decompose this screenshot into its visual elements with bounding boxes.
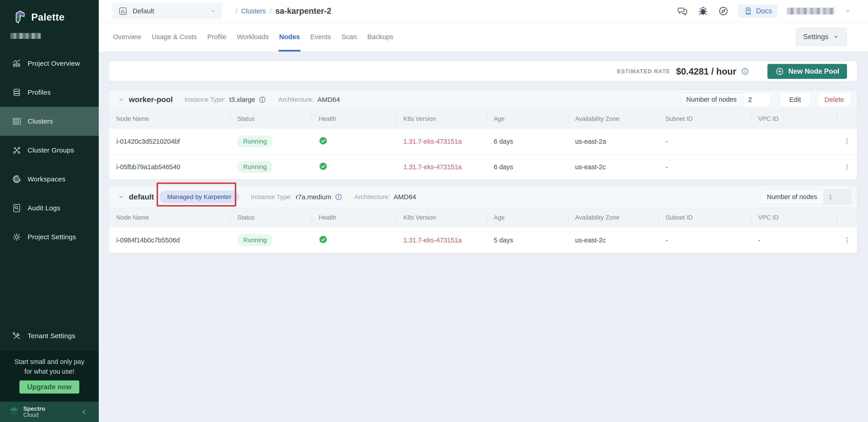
check-circle-icon bbox=[319, 136, 328, 145]
cell-node-name: i-01420c3d5210204bf bbox=[109, 138, 230, 145]
spectro-cloud-logo-icon bbox=[8, 407, 20, 417]
docs-button[interactable]: Docs bbox=[738, 4, 777, 18]
sidebar-item-cluster-groups[interactable]: Cluster Groups bbox=[0, 136, 99, 165]
cell-health bbox=[311, 162, 396, 172]
sidebar-item-label: Project Overview bbox=[28, 60, 80, 67]
upgrade-now-button[interactable]: Upgrade now bbox=[20, 381, 79, 393]
breadcrumb-clusters-link[interactable]: Clusters bbox=[241, 7, 266, 15]
tab-nodes[interactable]: Nodes bbox=[274, 22, 305, 52]
sidebar-collapse-button[interactable] bbox=[80, 408, 88, 416]
node-table-row: i-05fbb79a1ab546540Running1.31.7-eks-473… bbox=[109, 154, 857, 180]
column-header-k8s-version: K8s Version bbox=[396, 208, 487, 227]
help-compass-icon[interactable] bbox=[718, 6, 729, 17]
node-table-row: i-0984f14b0c7b5506dRunning1.31.7-eks-473… bbox=[109, 227, 857, 253]
column-header-age: Age bbox=[487, 109, 568, 129]
sidebar-item-label: Clusters bbox=[28, 118, 53, 125]
row-actions-kebab-icon[interactable] bbox=[837, 137, 857, 146]
profiles-icon bbox=[12, 88, 22, 97]
cell-k8s-version: 1.31.7-eks-473151a bbox=[396, 163, 487, 171]
tab-backups[interactable]: Backups bbox=[362, 22, 398, 52]
cell-node-name: i-05fbb79a1ab546540 bbox=[109, 163, 230, 171]
tab-workloads[interactable]: Workloads bbox=[231, 22, 274, 52]
instance-type-label: Instance Type: bbox=[185, 96, 226, 103]
palette-logo-icon bbox=[13, 10, 26, 24]
tab-events[interactable]: Events bbox=[305, 22, 336, 52]
info-icon[interactable] bbox=[258, 96, 267, 104]
tools-icon bbox=[12, 331, 22, 341]
cell-availability-zone: us-east-2a bbox=[568, 138, 658, 145]
cluster-settings-button[interactable]: Settings bbox=[796, 28, 847, 46]
sidebar-item-profiles[interactable]: Profiles bbox=[0, 78, 99, 107]
app-window: Palette Project OverviewProfilesClusters… bbox=[0, 0, 868, 422]
chevron-down-icon bbox=[210, 8, 216, 14]
sidebar-item-workspaces[interactable]: Workspaces bbox=[0, 165, 99, 194]
estimated-rate-label: ESTIMATED RATE bbox=[617, 68, 670, 74]
cell-status: Running bbox=[230, 161, 311, 173]
row-actions-kebab-icon[interactable] bbox=[837, 162, 857, 171]
tab-profile[interactable]: Profile bbox=[202, 22, 231, 52]
collapse-chevron-icon[interactable] bbox=[118, 193, 125, 201]
node-table-header: Node NameStatusHealthK8s VersionAgeAvail… bbox=[109, 109, 857, 129]
breadcrumb-separator: / bbox=[266, 6, 275, 15]
project-selector[interactable]: Default bbox=[112, 3, 222, 20]
info-icon[interactable] bbox=[335, 193, 343, 201]
column-header-subnet-id: Subnet ID bbox=[658, 208, 751, 227]
sidebar-item-project-settings[interactable]: Project Settings bbox=[0, 223, 99, 252]
chat-icon[interactable] bbox=[677, 6, 688, 17]
sidebar-item-label: Tenant Settings bbox=[28, 332, 75, 340]
sidebar-item-label: Profiles bbox=[28, 89, 51, 96]
status-badge: Running bbox=[237, 234, 273, 246]
architecture-label: Architecture: bbox=[278, 96, 314, 103]
workspaces-icon bbox=[12, 174, 22, 184]
default-pool-header: default Managed by Karpenter Instance Ty… bbox=[109, 186, 857, 208]
cell-k8s-version: 1.31.7-eks-473151a bbox=[396, 138, 487, 145]
user-menu-chevron-down-icon[interactable] bbox=[844, 8, 851, 14]
clusters-icon bbox=[12, 116, 22, 126]
column-header-actions bbox=[837, 109, 857, 129]
info-icon[interactable] bbox=[741, 67, 749, 76]
instance-type-value: t3.xlarge bbox=[229, 96, 255, 103]
project-chart-icon bbox=[118, 6, 128, 16]
main-area: Default / Clusters / sa-karpenter-2 bbox=[99, 0, 868, 422]
column-header-health: Health bbox=[311, 109, 396, 129]
row-actions-kebab-icon[interactable] bbox=[837, 236, 857, 245]
project-selector-value: Default bbox=[133, 7, 154, 15]
nodes-content: ESTIMATED RATE $0.4281 / hour New Node P… bbox=[99, 52, 868, 422]
delete-pool-button[interactable]: Delete bbox=[817, 92, 851, 107]
edit-pool-button[interactable]: Edit bbox=[780, 92, 811, 107]
column-header-availability-zone: Availability Zone bbox=[568, 109, 658, 129]
sidebar-item-label: Cluster Groups bbox=[28, 147, 74, 154]
number-of-nodes-label: Number of nodes bbox=[680, 92, 743, 107]
worker-pool-header: worker-pool Instance Type: t3.xlarge Arc… bbox=[109, 90, 857, 109]
cell-status: Running bbox=[230, 135, 311, 147]
tab-scan[interactable]: Scan bbox=[336, 22, 362, 52]
number-of-nodes-label: Number of nodes bbox=[761, 190, 824, 204]
sidebar-item-audit-logs[interactable]: Audit Logs bbox=[0, 194, 99, 223]
sidebar-item-label: Workspaces bbox=[28, 175, 65, 183]
user-name-redacted[interactable] bbox=[787, 8, 835, 14]
number-of-nodes-input[interactable]: 2 bbox=[743, 92, 770, 107]
sidebar-item-clusters[interactable]: Clusters bbox=[0, 107, 99, 136]
node-pool-default: default Managed by Karpenter Instance Ty… bbox=[109, 186, 857, 253]
tab-overview[interactable]: Overview bbox=[108, 22, 147, 52]
number-of-nodes-control: Number of nodes 1 bbox=[761, 190, 851, 204]
sidebar-item-tenant-settings[interactable]: Tenant Settings bbox=[0, 322, 99, 350]
column-header-age: Age bbox=[487, 208, 568, 227]
cell-availability-zone: us-east-2c bbox=[568, 236, 658, 244]
cluster-tabs: OverviewUsage & CostsProfileWorkloadsNod… bbox=[99, 22, 868, 52]
chart-icon bbox=[12, 59, 22, 68]
check-circle-icon bbox=[319, 162, 328, 171]
brand: Palette bbox=[0, 0, 99, 24]
footer-brand-bottom: Cloud bbox=[23, 412, 45, 418]
column-header-availability-zone: Availability Zone bbox=[568, 208, 658, 227]
column-header-health: Health bbox=[311, 208, 396, 227]
new-node-pool-button[interactable]: New Node Pool bbox=[768, 64, 847, 79]
sidebar-item-project-overview[interactable]: Project Overview bbox=[0, 49, 99, 78]
managed-by-karpenter-badge: Managed by Karpenter bbox=[159, 191, 239, 203]
tab-usage-costs[interactable]: Usage & Costs bbox=[147, 22, 202, 52]
column-header-node-name: Node Name bbox=[109, 208, 230, 227]
column-header-subnet-id: Subnet ID bbox=[658, 109, 751, 129]
bug-report-icon[interactable] bbox=[698, 6, 709, 17]
collapse-chevron-icon[interactable] bbox=[118, 96, 125, 103]
sidebar-item-label: Audit Logs bbox=[28, 204, 60, 212]
